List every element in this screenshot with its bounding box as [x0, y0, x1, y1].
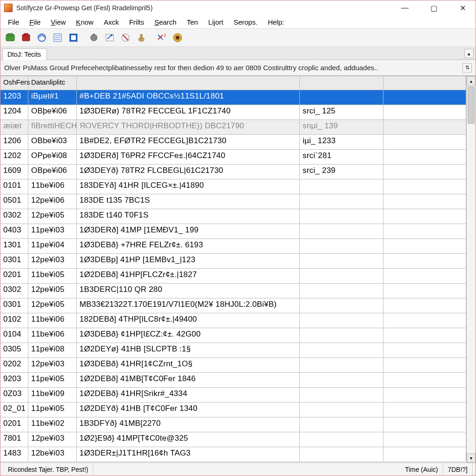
toolbar-btn-6[interactable]: [87, 31, 101, 45]
col-header-0[interactable]: OshFers: [0, 76, 28, 90]
cell: 1Ø3DEBð} ¢1HP[I£CZ:¢±. 42G00: [77, 328, 300, 343]
cell: 1B3DERC|110 QR 280: [77, 284, 300, 298]
cell: [300, 194, 383, 209]
col-header-3[interactable]: [300, 76, 383, 90]
info-scroll-icon[interactable]: ⇅: [463, 63, 472, 73]
cell: [300, 343, 383, 357]
tab-active[interactable]: DtoJ: Tecits: [2, 48, 47, 60]
cell: [383, 150, 466, 164]
cell: 0403: [0, 224, 28, 238]
table-row[interactable]: 050112pe¥i06183DE t135 7BC1S: [0, 194, 466, 209]
table-row[interactable]: 020111be¥i021B3DFYð} 41MB[2270: [0, 417, 466, 432]
status-bar: Ricondest Tajer. TBP, Pest!) Time (Auic)…: [0, 463, 476, 476]
cell: [300, 313, 383, 328]
cell: 183DE t140 T0F1S: [77, 209, 300, 224]
toolbar-btn-2[interactable]: [19, 31, 33, 45]
svg-text:2: 2: [164, 33, 166, 38]
scroll-thumb[interactable]: [468, 86, 475, 124]
toolbar-btn-8[interactable]: [119, 31, 132, 45]
cell: 183DEYð] 41HR [ILCEG×±.|41890: [77, 179, 300, 194]
menu-frilts[interactable]: Frilts: [125, 17, 149, 27]
cell: fiBrettiHECHIHET: [28, 120, 77, 134]
table-row[interactable]: 010111be¥i06183DEYð] 41HR [ILCEG×±.|4189…: [0, 179, 466, 194]
cell: 182DEBð] 4THP[ILC8r¢±.|49400: [77, 313, 300, 328]
cell: [383, 239, 466, 253]
table-row[interactable]: 030112pe¥i031Ø3DEBp] 41HP [1EMBv1_|123: [0, 254, 466, 269]
cell: 11be¥i02: [28, 417, 77, 432]
table-row[interactable]: 1206OBbe¥i031B#DE2, EFØTR2 FECCEGL]B1C21…: [0, 135, 466, 150]
menu-file-1[interactable]: File: [3, 17, 24, 27]
tab-scroll-up-icon[interactable]: ▴: [464, 49, 474, 58]
menu-axck[interactable]: Axck: [99, 17, 124, 27]
menu-ten[interactable]: Ten: [182, 17, 203, 27]
table-row[interactable]: 148312be¥i031Ø3DER±|J1T1HR[16¢h TAG3: [0, 447, 466, 462]
table-row[interactable]: 02_0111pe¥i051Ø2DEYð} 41HB [T¢C0Fer 1340: [0, 403, 466, 417]
table-row[interactable]: 010211be¥i06182DEBð] 4THP[ILC8r¢±.|49400: [0, 313, 466, 328]
table-row[interactable]: 020111be¥i051Ø2DEBð] 41HP[FLCZr¢±.|1827: [0, 269, 466, 284]
cell: [300, 388, 383, 402]
vertical-scrollbar[interactable]: ▴ ▾: [466, 76, 476, 463]
col-header-2[interactable]: [77, 76, 300, 90]
menu-know[interactable]: Know: [72, 17, 99, 27]
cell: 1Ø2}E9ð} 41MP[T¢C0te@325: [77, 432, 300, 447]
scroll-up-icon[interactable]: ▴: [467, 76, 476, 86]
maximize-button[interactable]: ▢: [424, 4, 443, 13]
table-row[interactable]: 1204OBþe¥i061Ø3DERø) 78TR2 FECCEGL 1F1CZ…: [0, 105, 466, 120]
col-header-4[interactable]: [383, 76, 466, 90]
cell: [383, 343, 466, 357]
toolbar-btn-9[interactable]: [134, 31, 148, 45]
toolbar-btn-5[interactable]: [66, 31, 80, 45]
table-row[interactable]: 1202OPpe¥i081Ø3DERð] T6PR2 FFCCFe±.|64CZ…: [0, 150, 466, 165]
table-row[interactable]: 030212pe¥i051B3DERC|110 QR 280: [0, 284, 466, 298]
window-title: Sotífycze Gr-Prowesp Get (Fesl) Rradelim…: [16, 4, 396, 12]
table-row[interactable]: 130111pe¥i041Ø3DEBð} +7HRE FELZr¢±. 6193: [0, 239, 466, 254]
scroll-down-icon[interactable]: ▾: [467, 453, 476, 463]
menu-file-2[interactable]: File: [25, 17, 45, 27]
minimize-button[interactable]: —: [396, 4, 414, 13]
table-row[interactable]: 040311pe¥i031Ø3DERð] 41MP [1EMĐV1_ 199: [0, 224, 466, 239]
menu-help[interactable]: Help:: [263, 17, 289, 27]
cell: [383, 135, 466, 149]
table-row[interactable]: 1609OBpe¥i061Ø3DEYð} 78TR2 FLCBEGL|61C21…: [0, 165, 466, 179]
toolbar-btn-3[interactable]: [35, 31, 49, 45]
close-button[interactable]: ✕: [453, 4, 472, 13]
cell: 183DE t135 7BC1S: [77, 194, 300, 209]
cell: 1203: [0, 90, 28, 105]
table-row[interactable]: 030212pe¥i05183DE t140 T0F1S: [0, 209, 466, 224]
toolbar-btn-11[interactable]: [171, 31, 185, 45]
cell: 12pe¥i06: [28, 194, 77, 209]
table-row[interactable]: 780112pe¥i031Ø2}E9ð} 41MP[T¢C0te@325: [0, 432, 466, 447]
data-grid[interactable]: OshFers Datanliplitc 1203iBµet#1#B+DEB 2…: [0, 76, 466, 463]
cell: OPpe¥i08: [28, 150, 77, 164]
titlebar: Sotífycze Gr-Prowesp Get (Fesl) Rradelim…: [0, 0, 476, 15]
cell: [383, 194, 466, 209]
cell: [300, 224, 383, 238]
table-row[interactable]: 020212pe¥i031Ø3DEBð} 41HR[1¢CZrnt_1O§: [0, 358, 466, 373]
menu-view[interactable]: View: [46, 17, 70, 27]
table-row[interactable]: 920311pe¥i051Ø2DEBð] 41MB[T¢C0Fer 1846: [0, 373, 466, 388]
toolbar-btn-7[interactable]: [103, 31, 117, 45]
cell: 1Ø3DERø) 78TR2 FECCEGL 1F1CZ1740: [77, 105, 300, 119]
cell: [383, 417, 466, 432]
toolbar-btn-10[interactable]: 2: [155, 31, 169, 45]
menu-serops[interactable]: Serops.: [229, 17, 262, 27]
cell: [383, 179, 466, 194]
col-header-1[interactable]: Datanliplitc: [28, 76, 77, 90]
menu-search[interactable]: Search: [150, 17, 181, 27]
menu-lijort[interactable]: Lijort: [204, 17, 228, 27]
table-row[interactable]: 030112pe¥i05MB33€21322T.170E191/V7I1E0(M…: [0, 298, 466, 313]
cell: [300, 284, 383, 298]
cell: 1Ø3DERð] T6PR2 FFCCFe±.|64CZ1740: [77, 150, 300, 164]
cell: æiæt: [0, 120, 28, 134]
cell: [383, 224, 466, 238]
table-row[interactable]: 030511pe¥i081Ø2DEYø} 41HB [SLCPTB :1§: [0, 343, 466, 358]
cell: OBþe¥i06: [28, 105, 77, 119]
toolbar-btn-1[interactable]: [3, 31, 17, 45]
table-row[interactable]: 010411be¥i061Ø3DEBð} ¢1HP[I£CZ:¢±. 42G00: [0, 328, 466, 343]
scroll-track[interactable]: [467, 125, 476, 453]
table-row[interactable]: æiætfiBrettiHECHIHETЯOVERCY THORD|HRBODT…: [0, 120, 466, 135]
toolbar-btn-4[interactable]: [51, 31, 65, 45]
table-row[interactable]: 0Z0311be¥i091Ø2DEBð} 41HR[Srikr#_4334: [0, 388, 466, 403]
cell: 1Ø3DERð] 41MP [1EMĐV1_ 199: [77, 224, 300, 238]
table-row[interactable]: 1203iBµet#1#B+DEB 21#5ADI OBCCs½11S1L/18…: [0, 90, 466, 105]
